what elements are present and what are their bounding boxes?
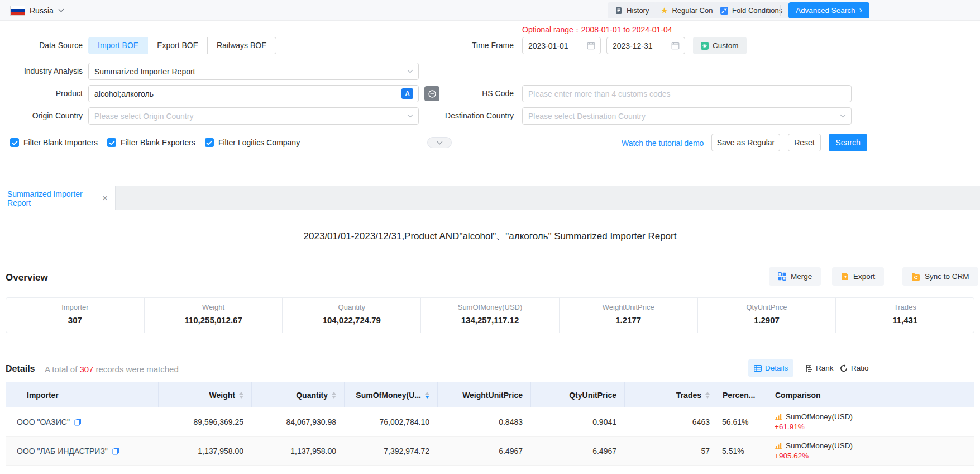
cell-trades: 6463 xyxy=(624,407,718,437)
sync-to-crm-button[interactable]: Sync to CRM xyxy=(902,267,978,286)
details-heading: Details xyxy=(6,364,35,374)
cell-weight-unit-price: 0.8483 xyxy=(437,407,530,437)
product-field[interactable]: A xyxy=(88,85,419,102)
fold-conditions-label: Fold Conditions xyxy=(732,6,782,15)
col-header-quantity[interactable]: Quantity xyxy=(251,382,344,407)
importer-name[interactable]: ООО "ОАЗИС" xyxy=(17,418,70,426)
merge-button[interactable]: Merge xyxy=(769,267,821,286)
col-header-weight[interactable]: Weight xyxy=(158,382,251,407)
chevron-down-icon xyxy=(437,141,443,145)
sync-to-crm-label: Sync to CRM xyxy=(925,272,969,281)
date-from-field[interactable] xyxy=(522,37,601,54)
origin-country-select[interactable] xyxy=(88,107,419,125)
destination-country-input[interactable] xyxy=(528,112,840,121)
hs-code-field[interactable] xyxy=(522,85,852,102)
ratio-icon xyxy=(840,364,848,372)
details-total: A total of307records were matched xyxy=(45,364,179,374)
tab-title: Summarized Importer Report xyxy=(7,189,102,207)
date-to-input[interactable] xyxy=(613,41,671,50)
tutorial-demo-link[interactable]: Watch the tutorial demo xyxy=(622,139,704,148)
rank-icon xyxy=(805,364,812,372)
tab-railways-boe[interactable]: Railways BOE xyxy=(207,37,276,54)
total-prefix: A total of xyxy=(45,364,77,374)
cell-weight: 89,596,369.25 xyxy=(158,407,251,437)
stat-weight-unit-price: WeightUnitPrice1.2177 xyxy=(559,298,697,333)
view-ratio-label: Ratio xyxy=(851,364,869,372)
collapse-form-button[interactable] xyxy=(427,137,452,148)
filter-label: Filter Blank Exporters xyxy=(121,138,195,147)
translate-icon[interactable]: A xyxy=(401,88,413,99)
history-button[interactable]: History xyxy=(608,2,656,18)
view-ratio-button[interactable]: Ratio xyxy=(834,359,874,377)
overview-stats-card: Importer307 Weight110,255,012.67 Quantit… xyxy=(6,297,974,333)
stat-sum-of-money: SumOfMoney(USD)134,257,117.12 xyxy=(420,298,559,333)
calendar-icon[interactable] xyxy=(671,41,680,50)
view-details-button[interactable]: Details xyxy=(748,359,793,377)
calendar-icon[interactable] xyxy=(587,41,595,50)
tab-export-boe[interactable]: Export BOE xyxy=(147,37,208,54)
export-label: Export xyxy=(853,272,875,281)
comparison-metric: SumOfMoney(USD) xyxy=(786,442,853,450)
cell-comparison: SumOfMoney(USD) +905.62% xyxy=(768,437,974,466)
industry-analysis-select[interactable] xyxy=(88,63,419,80)
tab-summarized-importer-report[interactable]: Summarized Importer Report × xyxy=(0,186,116,210)
regular-cond-icon: ★ xyxy=(661,6,668,15)
table-row: ООО "ОАЗИС" 89,596,369.25 84,067,930.98 … xyxy=(6,407,974,437)
date-from-input[interactable] xyxy=(528,41,587,50)
search-button[interactable]: Search xyxy=(829,134,867,151)
export-icon xyxy=(841,272,849,281)
export-button[interactable]: Export xyxy=(832,267,884,286)
stat-quantity: Quantity104,022,724.79 xyxy=(282,298,420,333)
cell-sum-of-money: 7,392,974.72 xyxy=(344,437,437,466)
col-header-trades[interactable]: Trades xyxy=(624,382,718,407)
country-selector[interactable]: Russia xyxy=(10,3,64,17)
destination-country-label: Destination Country xyxy=(426,107,514,125)
origin-country-input[interactable] xyxy=(94,112,407,121)
copy-icon[interactable] xyxy=(112,447,119,455)
reset-button[interactable]: Reset xyxy=(788,134,821,151)
custom-range-button[interactable]: Custom xyxy=(693,37,747,54)
col-header-sum-of-money[interactable]: SumOfMoney(U... xyxy=(344,382,437,407)
comparison-metric: SumOfMoney(USD) xyxy=(786,413,853,421)
sort-caret-icon[interactable] xyxy=(705,392,710,399)
col-header-qty-unit-price[interactable]: QtyUnitPrice xyxy=(530,382,624,407)
topbar: Russia History ★ Regular Cond. Fold Cond… xyxy=(0,0,980,21)
stat-trades: Trades11,431 xyxy=(835,298,974,333)
time-frame-label: Time Frame xyxy=(426,37,514,54)
cell-qty-unit-price: 0.9041 xyxy=(530,407,624,437)
history-icon xyxy=(615,7,623,15)
filter-blank-importers-checkbox[interactable]: Filter Blank Importers xyxy=(10,138,98,147)
filter-logitics-company-checkbox[interactable]: Filter Logitics Company xyxy=(205,138,300,147)
product-input[interactable] xyxy=(94,89,401,98)
view-rank-button[interactable]: Rank xyxy=(800,359,839,377)
date-to-field[interactable] xyxy=(606,37,685,54)
sort-caret-icon[interactable] xyxy=(425,392,429,399)
advanced-search-label: Advanced Search xyxy=(796,6,855,15)
view-details-label: Details xyxy=(765,364,788,372)
save-as-regular-button[interactable]: Save as Regular xyxy=(711,134,780,151)
close-icon[interactable]: × xyxy=(102,193,108,203)
chevron-down-icon xyxy=(407,69,413,73)
col-header-weight-unit-price[interactable]: WeightUnitPrice xyxy=(437,382,530,407)
optional-range-hint: Optional range：2008-01-01 to 2024-01-04 xyxy=(522,25,672,35)
custom-icon xyxy=(701,42,709,50)
importer-name[interactable]: ООО "ЛАБ ИНДАСТРИЗ" xyxy=(17,447,108,456)
fold-conditions-button[interactable]: Fold Conditions xyxy=(713,2,790,18)
sort-caret-icon[interactable] xyxy=(239,392,243,399)
tab-import-boe[interactable]: Import BOE xyxy=(88,37,148,54)
data-source-label: Data Source xyxy=(0,37,83,54)
regular-cond-label: Regular Cond. xyxy=(672,6,719,15)
sort-caret-icon[interactable] xyxy=(332,392,336,399)
hs-code-input[interactable] xyxy=(528,89,846,98)
copy-icon[interactable] xyxy=(74,418,82,426)
filter-blank-exporters-checkbox[interactable]: Filter Blank Exporters xyxy=(107,138,195,147)
destination-country-select[interactable] xyxy=(522,107,852,125)
advanced-chevron-icon: › xyxy=(859,5,863,15)
country-name: Russia xyxy=(30,6,54,15)
importer-table: Importer Weight Quantity SumOfMoney(U...… xyxy=(6,382,974,466)
industry-analysis-value[interactable] xyxy=(94,67,407,76)
stat-weight: Weight110,255,012.67 xyxy=(144,298,283,333)
topbar-divider xyxy=(780,5,781,16)
advanced-search-button[interactable]: Advanced Search › xyxy=(788,2,869,18)
industry-analysis-label: Industry Analysis xyxy=(0,63,83,80)
